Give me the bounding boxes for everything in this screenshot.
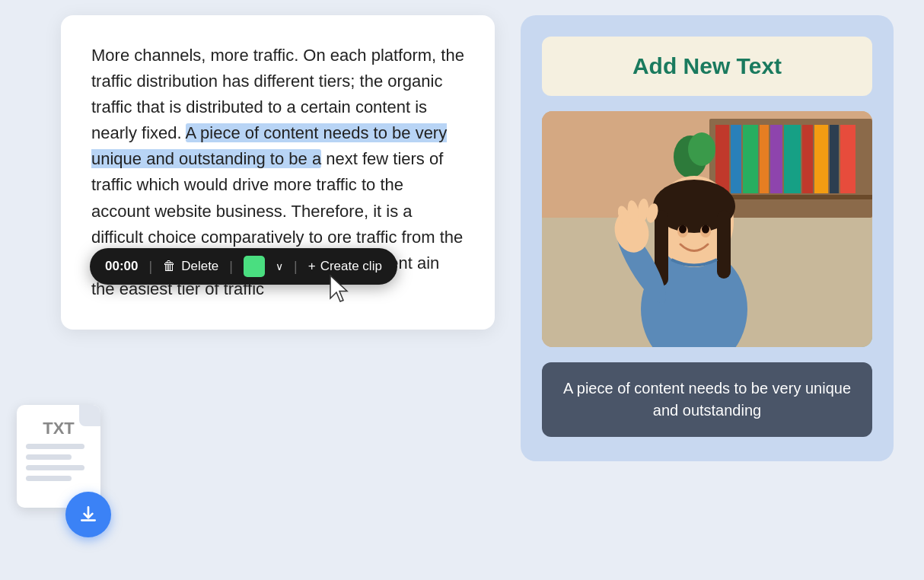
svg-rect-4 — [731, 125, 741, 193]
svg-point-24 — [679, 225, 687, 234]
trash-icon: 🗑 — [163, 259, 176, 274]
toolbar-timestamp: 00:00 — [105, 259, 138, 274]
caption-text: A piece of content needs to be very uniq… — [563, 380, 851, 419]
svg-point-15 — [688, 132, 715, 166]
svg-rect-10 — [814, 125, 828, 193]
toolbar-divider-2: | — [229, 259, 233, 275]
txt-line-4 — [26, 476, 72, 481]
caption-box: A piece of content needs to be very uniq… — [542, 362, 872, 437]
add-new-text-label: Add New Text — [632, 53, 782, 78]
svg-rect-12 — [840, 125, 855, 193]
delete-button[interactable]: 🗑 Delete — [163, 259, 218, 274]
svg-rect-13 — [709, 195, 872, 199]
plus-icon: + — [308, 259, 316, 274]
create-clip-label: Create clip — [320, 259, 382, 274]
photo-image — [542, 111, 872, 347]
toolbar-divider-1: | — [148, 259, 152, 275]
svg-point-25 — [702, 225, 709, 234]
txt-line-2 — [26, 454, 72, 460]
svg-rect-21 — [717, 210, 731, 279]
txt-file-label: TXT — [26, 419, 91, 438]
create-clip-button[interactable]: + Create clip — [308, 259, 382, 274]
color-picker-button[interactable] — [244, 256, 265, 277]
download-icon — [78, 505, 98, 524]
toolbar-divider-3: | — [294, 259, 298, 275]
txt-line-1 — [26, 444, 84, 449]
svg-rect-8 — [784, 125, 801, 193]
chevron-down-icon[interactable]: ∨ — [276, 260, 283, 272]
svg-rect-9 — [802, 125, 813, 193]
right-panel: Add New Text — [521, 15, 894, 461]
svg-rect-6 — [760, 125, 769, 193]
txt-line-3 — [26, 465, 84, 470]
download-button[interactable] — [65, 492, 111, 537]
floating-toolbar: 00:00 | 🗑 Delete | ∨ | + Create clip — [90, 248, 397, 285]
svg-rect-3 — [715, 125, 729, 193]
add-new-text-box: Add New Text — [542, 37, 872, 96]
svg-rect-7 — [770, 125, 782, 193]
delete-label: Delete — [181, 259, 218, 274]
svg-rect-5 — [743, 125, 758, 193]
svg-rect-11 — [830, 125, 839, 193]
